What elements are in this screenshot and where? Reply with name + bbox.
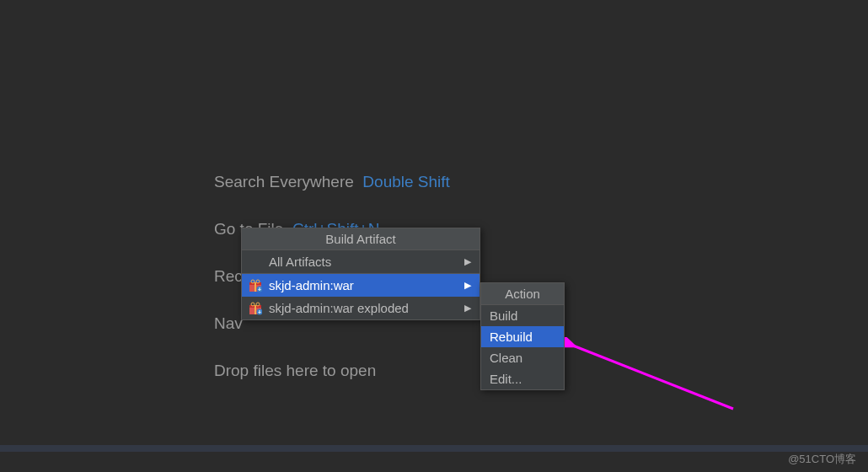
- status-bar: [0, 445, 868, 452]
- welcome-label: Rec: [214, 267, 243, 285]
- action-edit[interactable]: Edit...: [481, 368, 564, 389]
- action-label: Clean: [490, 351, 522, 365]
- menu-item-label: skjd-admin:war exploded: [269, 301, 409, 315]
- popup-title: Build Artifact: [242, 228, 480, 250]
- welcome-label: Search Everywhere: [214, 173, 354, 190]
- submenu-arrow-icon: ▶: [464, 280, 471, 291]
- menu-item-all-artifacts[interactable]: All Artifacts ▶: [242, 250, 480, 273]
- welcome-label: Drop files here to open: [214, 362, 376, 379]
- welcome-drop-files: Drop files here to open: [214, 362, 376, 380]
- annotation-arrow: [565, 337, 750, 421]
- menu-item-skjd-admin-war-exploded[interactable]: skjd-admin:war exploded ▶: [242, 297, 480, 319]
- action-build[interactable]: Build: [481, 305, 564, 326]
- welcome-nav-partial: Nav: [214, 314, 243, 333]
- watermark: @51CTO博客: [788, 452, 856, 467]
- menu-item-label: skjd-admin:war: [269, 278, 354, 292]
- welcome-recent-partial: Rec: [214, 267, 243, 286]
- action-clean[interactable]: Clean: [481, 347, 564, 368]
- action-label: Edit...: [490, 372, 522, 386]
- action-rebuild[interactable]: Rebuild: [481, 326, 564, 347]
- welcome-shortcut: Double Shift: [362, 173, 450, 190]
- svg-line-13: [573, 346, 733, 409]
- submenu-arrow-icon: ▶: [464, 303, 471, 314]
- menu-item-label: All Artifacts: [269, 255, 331, 269]
- action-label: Rebuild: [490, 330, 533, 344]
- svg-rect-8: [255, 305, 256, 314]
- artifact-icon: [249, 302, 262, 315]
- action-popup: Action Build Rebuild Clean Edit...: [480, 282, 565, 390]
- popup-title: Action: [481, 283, 564, 305]
- welcome-label: Nav: [214, 314, 243, 332]
- welcome-search-everywhere: Search Everywhere Double Shift: [214, 173, 450, 191]
- action-label: Build: [490, 308, 517, 323]
- build-artifact-popup: Build Artifact All Artifacts ▶ skjd-admi…: [241, 228, 480, 320]
- submenu-arrow-icon: ▶: [464, 256, 471, 267]
- svg-rect-2: [255, 282, 256, 292]
- artifact-icon: [249, 279, 262, 292]
- menu-item-skjd-admin-war[interactable]: skjd-admin:war ▶: [242, 273, 480, 297]
